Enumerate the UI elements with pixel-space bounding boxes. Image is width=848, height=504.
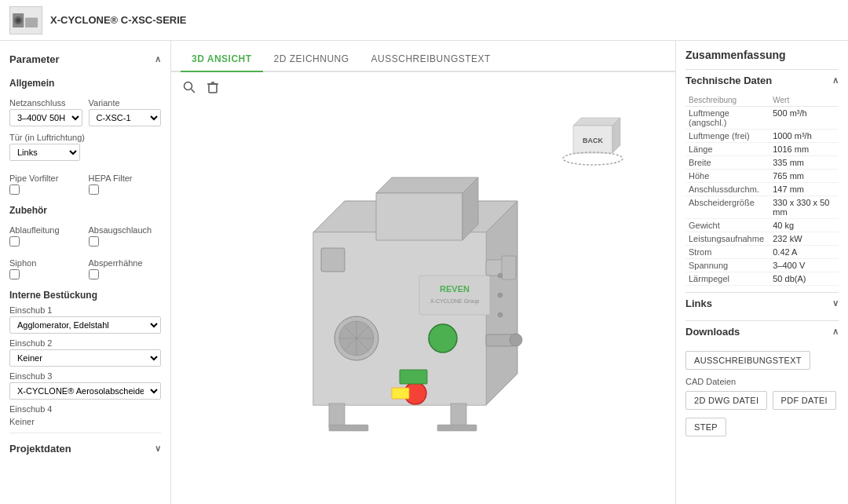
svg-point-45 — [498, 312, 503, 317]
search-icon[interactable] — [182, 80, 196, 94]
svg-marker-9 — [573, 118, 620, 126]
interne-bestuckung-label: Interne Bestückung — [9, 290, 161, 301]
tech-wert-cell: 147 mm — [769, 183, 839, 196]
svg-marker-18 — [376, 177, 478, 193]
tuer-select[interactable]: Links — [9, 144, 80, 161]
links-section: Links ∨ — [685, 292, 839, 314]
projektdaten-section-header[interactable]: Projektdaten ∨ — [9, 438, 161, 459]
svg-rect-6 — [209, 84, 217, 93]
table-row: Luftmenge (angschl.)500 m³/h — [685, 107, 839, 130]
svg-text:REVEN: REVEN — [440, 284, 470, 294]
tech-wert-cell: 1016 mm — [769, 143, 839, 156]
absperrhahne-label: Absperrhähne — [89, 258, 162, 268]
step-download-button[interactable]: STEP — [685, 418, 726, 436]
wert-col-header: Wert — [769, 94, 839, 107]
technische-daten-header[interactable]: Technische Daten ∧ — [685, 69, 839, 91]
allgemein-section: Allgemein Netzanschluss 3–400V 50Hz Vari… — [9, 78, 161, 197]
tab-3d-ansicht[interactable]: 3D ANSICHT — [181, 47, 263, 72]
einschub1-select[interactable]: Agglomerator, Edelstahl — [9, 316, 161, 334]
table-row: Höhe765 mm — [685, 170, 839, 183]
tech-desc-cell: Leistungsaufnahme — [685, 232, 769, 246]
svg-rect-1 — [25, 17, 38, 27]
svg-rect-34 — [329, 404, 345, 427]
table-row: Strom0.42 A — [685, 246, 839, 259]
ausschreibungstext-download-button[interactable]: AUSSCHREIBUNGSTEXT — [685, 351, 810, 370]
siphon-field: Siphon — [9, 252, 82, 282]
technische-daten-label: Technische Daten — [685, 75, 772, 86]
table-row: Anschlussdurchm.147 mm — [685, 183, 839, 196]
tech-wert-cell: 232 kW — [769, 232, 839, 246]
svg-line-5 — [192, 89, 196, 93]
projektdaten-chevron-icon: ∨ — [155, 444, 161, 454]
svg-point-43 — [498, 273, 503, 278]
trash-icon[interactable] — [206, 80, 220, 94]
tab-2d-zeichnung[interactable]: 2D ZEICHNUNG — [263, 47, 360, 72]
einschub2-label: Einschub 2 — [9, 338, 161, 348]
absperrhahne-field: Absperrhähne — [89, 252, 162, 282]
svg-rect-37 — [437, 425, 477, 431]
svg-rect-33 — [502, 256, 516, 279]
variante-field: Variante C-XSC-1 — [89, 92, 162, 126]
technische-daten-section: Technische Daten ∧ Beschreibung Wert Luf… — [685, 69, 839, 286]
netzanschluss-select[interactable]: 3–400V 50Hz — [9, 109, 82, 126]
tech-desc-cell: Lärmpegel — [685, 272, 769, 286]
absperrhahne-checkbox[interactable] — [89, 269, 99, 279]
ausschreibungstext-btn-wrapper: AUSSCHREIBUNGSTEXT — [685, 349, 839, 372]
pipe-vorfilter-field: Pipe Vorfilter — [9, 167, 82, 197]
svg-point-4 — [185, 82, 192, 90]
hepa-filter-label: HEPA Filter — [89, 173, 162, 183]
tech-desc-cell: Spannung — [685, 259, 769, 272]
links-section-header[interactable]: Links ∨ — [685, 292, 839, 314]
downloads-chevron-icon: ∧ — [832, 327, 839, 337]
table-row: Länge1016 mm — [685, 143, 839, 156]
netzanschluss-label: Netzanschluss — [9, 98, 82, 108]
table-row: Spannung3–400 V — [685, 259, 839, 272]
svg-point-13 — [563, 152, 623, 165]
pipe-vorfilter-label: Pipe Vorfilter — [9, 173, 82, 183]
downloads-section-header[interactable]: Downloads ∧ — [685, 320, 839, 342]
parameter-chevron-icon: ∧ — [155, 54, 161, 64]
links-chevron-icon: ∨ — [832, 298, 839, 309]
einschub3-label: Einschub 3 — [9, 371, 161, 381]
variante-select[interactable]: C-XSC-1 — [89, 109, 162, 126]
netzanschluss-field: Netzanschluss 3–400V 50Hz — [9, 92, 82, 126]
einschub2-select[interactable]: Keiner — [9, 349, 161, 367]
tuer-label: Tür (in Luftrichtung) — [9, 133, 161, 142]
step-button-wrapper: STEP — [685, 415, 839, 439]
absaugschlauch-checkbox[interactable] — [89, 236, 99, 247]
tech-data-table: Beschreibung Wert Luftmenge (angschl.)50… — [685, 94, 839, 286]
tab-bar: 3D ANSICHT 2D ZEICHNUNG AUSSCHREIBUNGSTE… — [171, 41, 675, 72]
tech-wert-cell: 335 mm — [769, 156, 839, 170]
siphon-checkbox[interactable] — [9, 269, 20, 279]
netzanschluss-variante-group: Netzanschluss 3–400V 50Hz Variante C-XSC… — [9, 92, 161, 126]
dwg-download-button[interactable]: 2D DWG DATEI — [685, 391, 767, 410]
einschub4-label: Einschub 4 — [9, 404, 161, 414]
einschub3-select[interactable]: X-CYCLONE® Aerosolabscheider — [9, 382, 161, 400]
pdf-download-button[interactable]: PDF DATEI — [773, 391, 836, 410]
svg-rect-35 — [451, 404, 466, 427]
svg-rect-21 — [321, 248, 345, 272]
svg-text:BACK: BACK — [583, 137, 603, 144]
right-panel: Zusammenfassung Technische Daten ∧ Besch… — [675, 41, 848, 504]
product-logo — [9, 6, 42, 35]
tech-desc-cell: Breite — [685, 156, 769, 170]
parameter-section-header[interactable]: Parameter ∧ — [9, 49, 161, 70]
ablaufleitung-checkbox[interactable] — [9, 236, 20, 247]
pipe-vorfilter-checkbox[interactable] — [9, 184, 20, 195]
tech-desc-cell: Höhe — [685, 170, 769, 183]
cad-buttons: 2D DWG DATEI PDF DATEI — [685, 389, 839, 412]
tech-wert-cell: 330 x 330 x 50 mm — [769, 196, 839, 219]
zubehoer-row2: Siphon Absperrhähne — [9, 252, 161, 282]
table-row: Breite335 mm — [685, 156, 839, 170]
tech-desc-cell: Luftmenge (angschl.) — [685, 107, 769, 130]
tab-ausschreibungstext[interactable]: AUSSCHREIBUNGSTEXT — [360, 47, 502, 72]
svg-rect-39 — [400, 370, 427, 384]
product-title: X-CYCLONE® C-XSC-SERIE — [50, 14, 187, 26]
svg-rect-36 — [329, 425, 368, 431]
3d-viewer: BACK — [171, 102, 675, 504]
tech-wert-cell: 500 m³/h — [769, 107, 839, 130]
downloads-section: Downloads ∧ AUSSCHREIBUNGSTEXT CAD Datei… — [685, 320, 839, 439]
hepa-filter-checkbox[interactable] — [89, 184, 99, 195]
absaugschlauch-field: Absaugschlauch — [89, 219, 162, 249]
main-layout: Parameter ∧ Allgemein Netzanschluss 3–40… — [0, 41, 848, 504]
